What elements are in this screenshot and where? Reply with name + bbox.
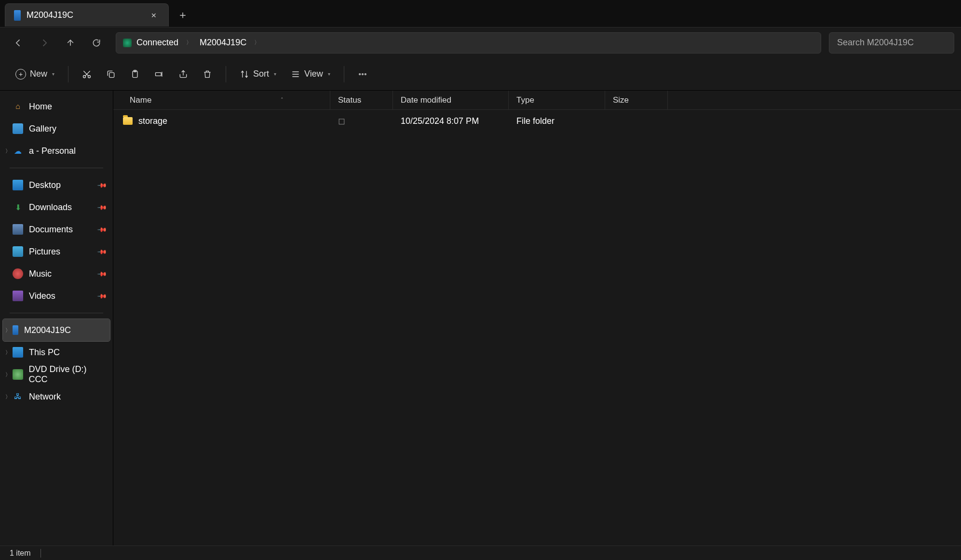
separator [344, 66, 344, 82]
svg-point-8 [365, 73, 366, 75]
svg-rect-5 [156, 72, 162, 76]
refresh-button[interactable] [85, 31, 108, 54]
sidebar-item-network[interactable]: 〉 🖧 Network [3, 386, 110, 408]
desktop-icon [13, 180, 23, 190]
sidebar-item-videos[interactable]: Videos 📌 [3, 285, 110, 307]
new-button[interactable]: + New ▾ [10, 64, 60, 85]
tab-title: M2004J19C [27, 10, 142, 20]
document-icon [13, 224, 23, 235]
chevron-down-icon: ▾ [274, 71, 276, 77]
chevron-right-icon[interactable]: 〉 [183, 39, 195, 47]
close-tab-button[interactable]: ✕ [148, 10, 160, 21]
column-header-status[interactable]: Status [330, 91, 393, 109]
pin-icon[interactable]: 📌 [97, 246, 108, 257]
sidebar-item-documents[interactable]: Documents 📌 [3, 218, 110, 240]
chevron-down-icon: ▾ [328, 71, 330, 77]
separator [41, 549, 41, 558]
sort-button[interactable]: Sort ▾ [234, 64, 282, 85]
main: ⌂ Home Gallery 〉 ☁ a - Personal Desktop … [0, 91, 961, 546]
column-header-type[interactable]: Type [509, 91, 605, 109]
search-input[interactable]: Search M2004J19C [829, 32, 954, 53]
phone-icon [14, 10, 21, 21]
column-header-name[interactable]: Name ˄ [113, 91, 330, 109]
sidebar-item-dvd[interactable]: 〉 DVD Drive (D:) CCC [3, 363, 110, 386]
sidebar-item-thispc[interactable]: 〉 This PC [3, 341, 110, 363]
copy-button[interactable] [100, 64, 122, 85]
picture-icon [13, 246, 23, 257]
file-row[interactable]: storage ◻ 10/25/2024 8:07 PM File folder [113, 110, 961, 132]
svg-point-0 [83, 75, 86, 78]
breadcrumb-current[interactable]: M2004J19C [200, 38, 246, 48]
svg-point-1 [88, 75, 91, 78]
pin-icon[interactable]: 📌 [97, 268, 108, 279]
separator [68, 66, 68, 82]
sidebar-item-downloads[interactable]: ⬇ Downloads 📌 [3, 196, 110, 218]
file-list[interactable]: storage ◻ 10/25/2024 8:07 PM File folder [113, 110, 961, 546]
sort-icon [240, 69, 249, 79]
more-button[interactable] [352, 64, 373, 85]
device-icon [123, 39, 132, 47]
up-button[interactable] [59, 31, 82, 54]
status-bar: 1 item [0, 546, 961, 560]
sidebar-item-home[interactable]: ⌂ Home [3, 95, 110, 118]
column-header-size[interactable]: Size [605, 91, 668, 109]
sidebar-item-desktop[interactable]: Desktop 📌 [3, 174, 110, 196]
toolbar: + New ▾ Sort ▾ View ▾ [0, 58, 961, 91]
folder-icon [123, 117, 133, 125]
new-tab-button[interactable]: ＋ [169, 3, 197, 27]
tab-active[interactable]: M2004J19C ✕ [5, 3, 169, 27]
plus-circle-icon: + [15, 69, 26, 80]
address-bar[interactable]: Connected 〉 M2004J19C 〉 [116, 32, 821, 53]
share-button[interactable] [173, 64, 194, 85]
chevron-right-icon[interactable]: 〉 [4, 349, 12, 356]
file-date: 10/25/2024 8:07 PM [393, 116, 509, 126]
svg-point-7 [362, 73, 363, 75]
back-button[interactable] [7, 31, 30, 54]
breadcrumb-root[interactable]: Connected [136, 38, 178, 48]
search-placeholder: Search M2004J19C [837, 38, 914, 48]
pin-icon[interactable]: 📌 [97, 202, 108, 213]
sidebar-item-music[interactable]: Music 📌 [3, 263, 110, 285]
delete-button[interactable] [197, 64, 218, 85]
phone-icon [13, 325, 18, 335]
svg-rect-2 [109, 72, 114, 77]
column-headers: Name ˄ Status Date modified Type Size [113, 91, 961, 110]
paste-button[interactable] [124, 64, 146, 85]
item-count: 1 item [10, 549, 31, 558]
sidebar-item-pictures[interactable]: Pictures 📌 [3, 240, 110, 263]
chevron-right-icon[interactable]: 〉 [4, 393, 12, 400]
cloud-icon: ☁ [13, 146, 23, 156]
chevron-down-icon: ▾ [52, 71, 54, 77]
pc-icon [13, 347, 23, 358]
svg-point-6 [359, 73, 361, 75]
separator [10, 168, 103, 168]
forward-button[interactable] [33, 31, 56, 54]
sort-ascending-icon: ˄ [281, 97, 284, 103]
rename-button[interactable] [149, 64, 170, 85]
download-icon: ⬇ [13, 202, 23, 213]
disc-icon [13, 369, 23, 380]
separator [226, 66, 226, 82]
column-header-date[interactable]: Date modified [393, 91, 509, 109]
chevron-right-icon[interactable]: 〉 [4, 147, 12, 155]
chevron-right-icon[interactable]: 〉 [4, 327, 12, 334]
file-type: File folder [509, 116, 605, 126]
view-icon [291, 69, 300, 79]
pin-icon[interactable]: 📌 [97, 180, 108, 190]
tab-bar: M2004J19C ✕ ＋ [0, 0, 961, 27]
gallery-icon [13, 123, 23, 134]
chevron-right-icon[interactable]: 〉 [4, 371, 12, 378]
sidebar-item-device[interactable]: 〉 M2004J19C [3, 319, 110, 341]
separator [10, 313, 103, 313]
music-icon [13, 268, 23, 279]
sidebar-item-gallery[interactable]: Gallery [3, 118, 110, 140]
pin-icon[interactable]: 📌 [97, 291, 108, 301]
sidebar-item-onedrive[interactable]: 〉 ☁ a - Personal [3, 140, 110, 162]
cut-button[interactable] [76, 64, 97, 85]
chevron-right-icon[interactable]: 〉 [251, 39, 263, 47]
pin-icon[interactable]: 📌 [97, 224, 108, 235]
nav-bar: Connected 〉 M2004J19C 〉 Search M2004J19C [0, 27, 961, 58]
network-icon: 🖧 [13, 391, 23, 402]
home-icon: ⌂ [13, 101, 23, 112]
view-button[interactable]: View ▾ [285, 64, 336, 85]
